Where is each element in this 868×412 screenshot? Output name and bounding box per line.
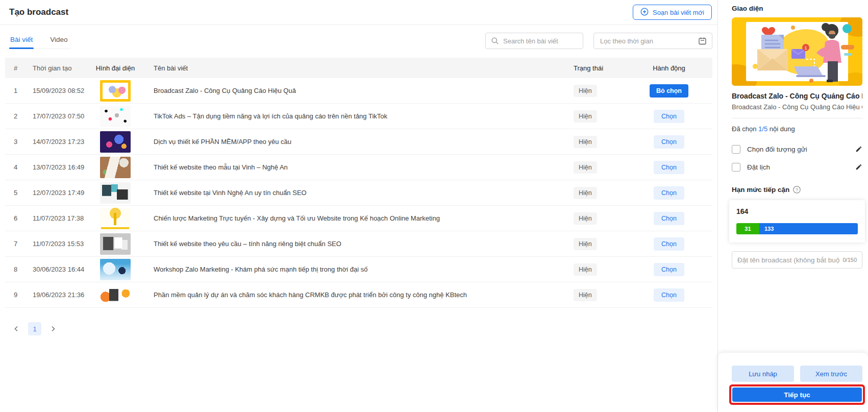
option-row: Đặt lịch: [732, 161, 862, 173]
help-icon[interactable]: ?: [793, 186, 801, 193]
prev-page-button[interactable]: [10, 323, 22, 335]
row-created-time: 13/07/2023 16:49: [23, 163, 87, 171]
row-created-time: 15/09/2023 08:52: [23, 87, 87, 94]
thumbnail-desk-sketch-photo: [100, 157, 131, 178]
thumbnail-tiktok-logo-confetti: [100, 106, 131, 127]
table-row: 3 14/07/2023 17:23 Dịch vụ thiết kế PHẦN…: [5, 129, 712, 155]
row-post-title: Thiết kế website theo mẫu tại Vinh – Ngh…: [143, 163, 569, 171]
calendar-icon[interactable]: [698, 37, 707, 45]
select-post-button[interactable]: Chọn: [654, 263, 684, 276]
row-post-title: Workshop Zalo Marketing - Khám phá sức m…: [143, 265, 569, 273]
search-box: [485, 33, 583, 49]
status-badge: Hiện: [574, 263, 597, 276]
row-index: 5: [5, 189, 23, 197]
status-badge: Hiện: [574, 289, 597, 301]
thumbnail-yellow-tree-diagram: [100, 208, 131, 229]
next-page-button[interactable]: [47, 323, 59, 335]
save-draft-button[interactable]: Lưu nháp: [732, 366, 794, 382]
select-post-button[interactable]: Chọn: [654, 212, 684, 225]
svg-text:1: 1: [804, 45, 807, 51]
thumbnail-zalo-broadcast-yellow-illustration: [100, 80, 131, 102]
posts-table: #Thời gian tạoHình đại diệnTên bài viếtT…: [5, 58, 712, 308]
compose-new-post-button[interactable]: Soạn bài viết mới: [633, 5, 712, 20]
continue-button[interactable]: Tiếp tục: [732, 387, 862, 402]
row-index: 9: [5, 291, 23, 299]
search-input[interactable]: [503, 37, 583, 45]
page-header: Tạo broadcast Soạn bài viết mới: [0, 0, 717, 25]
row-post-title: Broadcast Zalo - Công Cụ Quảng Cáo Hiệu …: [143, 87, 569, 94]
page-number-button[interactable]: 1: [28, 322, 41, 335]
status-badge: Hiện: [574, 136, 597, 148]
search-icon: [491, 37, 499, 45]
row-index: 7: [5, 240, 23, 248]
compose-button-label: Soạn bài viết mới: [653, 9, 704, 16]
deselect-post-button[interactable]: Bỏ chọn: [650, 84, 688, 98]
option-label: Chọn đối tượng gửi: [747, 146, 855, 153]
status-badge: Hiện: [574, 238, 597, 250]
reach-bar-green-segment: 31: [736, 223, 759, 234]
filter-group: [485, 33, 712, 49]
tab-video[interactable]: Video: [49, 32, 68, 49]
character-counter: 0/150: [842, 257, 857, 263]
row-created-time: 19/06/2023 21:36: [23, 291, 87, 299]
table-body: 1 15/09/2023 08:52 Broadcast Zalo - Công…: [5, 78, 712, 308]
table-row: 9 19/06/2023 21:36 Phần mềm quản lý dự á…: [5, 282, 712, 308]
reach-bar-blue-segment: 133: [759, 223, 858, 234]
select-post-button[interactable]: Chọn: [654, 288, 684, 302]
row-index: 4: [5, 163, 23, 171]
sidebar-footer: Lưu nháp Xem trước Tiếp tục: [718, 353, 868, 412]
reach-limit-header: Hạn mức tiếp cận ?: [732, 186, 862, 193]
select-post-button[interactable]: Chọn: [654, 135, 684, 149]
checkbox-dat-lich[interactable]: [732, 163, 740, 172]
column-header-thoi-gian-tao: Thời gian tạo: [23, 64, 87, 72]
broadcast-preview-image: 1: [732, 17, 862, 86]
checkbox-chon-doi-tuong-gui[interactable]: [732, 145, 740, 154]
thumbnail-orange-crm-devices: [100, 284, 131, 306]
broadcast-name-input[interactable]: [737, 256, 839, 264]
row-index: 3: [5, 138, 23, 146]
select-post-button[interactable]: Chọn: [654, 110, 684, 123]
reach-progress-bar: 31 133: [736, 223, 858, 234]
broadcast-settings-sidebar: Giao diện 1 Broadcast: [717, 0, 868, 412]
row-created-time: 17/07/2023 07:50: [23, 112, 87, 120]
continue-button-highlight: Tiếp tục: [729, 384, 865, 405]
table-row: 4 13/07/2023 16:49 Thiết kế website theo…: [5, 155, 712, 180]
svg-text:?: ?: [796, 187, 798, 192]
preview-button[interactable]: Xem trước: [800, 366, 862, 382]
column-header-ten-bai-viet: Tên bài viết: [143, 64, 569, 72]
edit-pencil-icon[interactable]: [855, 146, 862, 153]
row-created-time: 14/07/2023 17:23: [23, 138, 87, 146]
preview-post-title: Broadcast Zalo - Công Cụ Quảng Cáo Hiệu …: [732, 92, 862, 100]
broadcast-name-field: 0/150: [732, 251, 862, 269]
row-post-title: Thiết kế website theo yêu cầu – tính năn…: [143, 240, 569, 248]
date-filter-box: [593, 33, 712, 49]
page-title: Tạo broadcast: [9, 7, 68, 17]
option-label: Đặt lịch: [747, 163, 855, 171]
table-row: 5 12/07/2023 17:49 Thiết kế website tại …: [5, 180, 712, 206]
thumbnail-blue-workshop-poster: [100, 259, 131, 280]
select-post-button[interactable]: Chọn: [654, 161, 684, 174]
row-index: 2: [5, 112, 23, 120]
row-post-title: TikTok Ads – Tận dụng tiềm năng và lợi í…: [143, 112, 569, 120]
row-post-title: Chiến lược Marketing Trực tuyến - Xây dự…: [143, 214, 569, 222]
tab-bai-viet[interactable]: Bài viết: [9, 32, 34, 49]
row-created-time: 11/07/2023 15:53: [23, 240, 87, 248]
table-row: 8 30/06/2023 16:44 Workshop Zalo Marketi…: [5, 257, 712, 282]
status-badge: Hiện: [574, 161, 597, 174]
sidebar-section-title: Giao diện: [732, 5, 862, 12]
select-post-button[interactable]: Chọn: [654, 237, 684, 251]
row-index: 6: [5, 214, 23, 222]
select-post-button[interactable]: Chọn: [654, 186, 684, 200]
reach-limit-card: 164 31 133: [729, 200, 865, 243]
reach-total: 164: [736, 207, 858, 215]
edit-pencil-icon[interactable]: [855, 163, 862, 171]
status-badge: Hiện: [574, 187, 597, 199]
table-row: 1 15/09/2023 08:52 Broadcast Zalo - Công…: [5, 78, 712, 104]
row-created-time: 30/06/2023 16:44: [23, 265, 87, 273]
table-row: 2 17/07/2023 07:50 TikTok Ads – Tận dụng…: [5, 104, 712, 129]
date-filter-input[interactable]: [600, 37, 698, 45]
row-index: 1: [5, 87, 23, 94]
tabs: Bài viếtVideo: [7, 32, 71, 49]
thumbnail-gray-monitor-pages: [100, 233, 131, 255]
reach-limit-label: Hạn mức tiếp cận: [732, 186, 789, 193]
